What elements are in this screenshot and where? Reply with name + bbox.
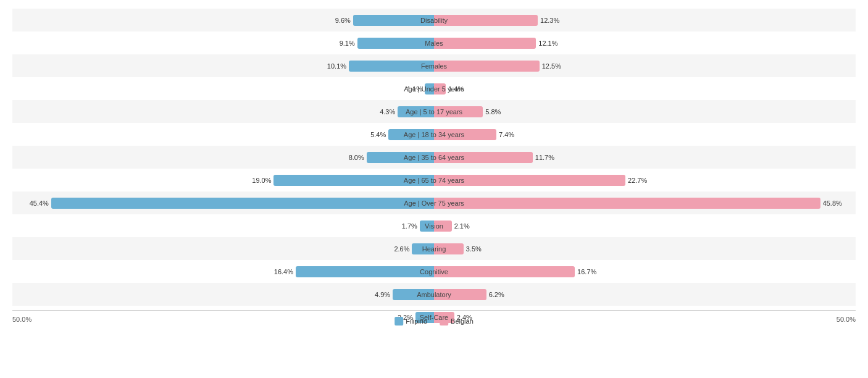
legend-label: Filipino [406,317,427,325]
table-row: Males9.1%12.1% [12,32,856,54]
bar-right [434,61,540,72]
val-left: 45.4% [30,200,49,207]
bar-left [273,175,434,186]
table-row: Vision1.7%2.1% [12,214,856,237]
val-left: 10.1% [327,62,346,70]
val-right: 22.7% [628,177,647,184]
bar-right [434,220,452,232]
val-left: 8.0% [349,154,364,161]
bar-right [434,175,625,186]
table-row: Ambulatory4.9%6.2% [12,283,856,306]
val-right: 6.2% [489,291,504,298]
bar-left [51,198,434,209]
val-right: 16.7% [577,268,596,275]
legend-color-box [394,317,403,326]
table-row: Age | 35 to 64 years8.0%11.7% [12,146,856,169]
val-left: 4.9% [375,291,390,298]
bar-right [434,15,538,26]
val-left: 4.3% [380,108,395,116]
bar-right [434,266,575,277]
table-row: Age | Under 5 years1.1%1.4% [12,77,856,100]
val-left: 9.6% [335,17,351,24]
bar-left [349,61,434,72]
table-row: Age | 18 to 34 years5.4%7.4% [12,123,856,146]
val-right: 5.8% [485,108,501,116]
val-right: 1.4% [448,85,464,93]
legend-label: Belgian [451,317,474,325]
bar-right [434,38,536,49]
bar-right [434,83,446,94]
legend-color-box [440,317,448,326]
table-row: Age | Over 75 years45.4%45.8% [12,191,856,214]
bar-left [425,83,434,94]
val-left: 1.1% [407,85,422,93]
val-right: 3.5% [466,245,482,253]
val-left: 19.0% [252,177,271,184]
table-row: Hearing2.6%3.5% [12,237,856,260]
bar-right [434,198,820,209]
val-left: 1.7% [402,222,417,230]
bar-right [434,106,483,117]
table-row: Females10.1%12.5% [12,54,856,77]
bar-right [434,129,496,140]
axis-line [12,310,856,311]
val-right: 12.5% [542,62,561,70]
bar-right [434,289,486,300]
legend-item: Belgian [440,317,474,326]
bar-left [388,129,434,140]
val-right: 12.3% [540,17,559,24]
table-row: Cognitive16.4%16.7% [12,260,856,283]
val-right: 12.1% [538,40,557,47]
bar-left [398,106,434,117]
val-left: 16.4% [274,268,293,275]
legend: FilipinoBelgian [394,317,474,326]
bar-left [353,15,434,26]
table-row: Disability9.6%12.3% [12,9,856,32]
chart-container: Disability9.6%12.3%Males9.1%12.1%Females… [0,0,868,378]
axis-label-right: 50.0% [837,316,856,323]
table-row: Age | 5 to 17 years4.3%5.8% [12,100,856,123]
bar-right [434,152,533,163]
bar-left [393,289,434,300]
table-row: Age | 65 to 74 years19.0%22.7% [12,169,856,191]
val-left: 2.6% [394,245,409,253]
val-right: 11.7% [535,154,554,161]
bar-left [420,220,434,232]
val-right: 45.8% [823,200,842,207]
legend-item: Filipino [394,317,427,326]
axis-label-left: 50.0% [12,316,31,323]
bar-left [367,152,434,163]
val-left: 5.4% [370,131,386,138]
val-left: 9.1% [340,40,355,47]
bar-right [434,243,464,254]
chart-area: Disability9.6%12.3%Males9.1%12.1%Females… [12,9,856,328]
val-right: 7.4% [499,131,514,138]
bar-left [296,266,434,277]
bar-left [412,243,434,254]
val-right: 2.1% [454,222,470,230]
bar-left [357,38,434,49]
